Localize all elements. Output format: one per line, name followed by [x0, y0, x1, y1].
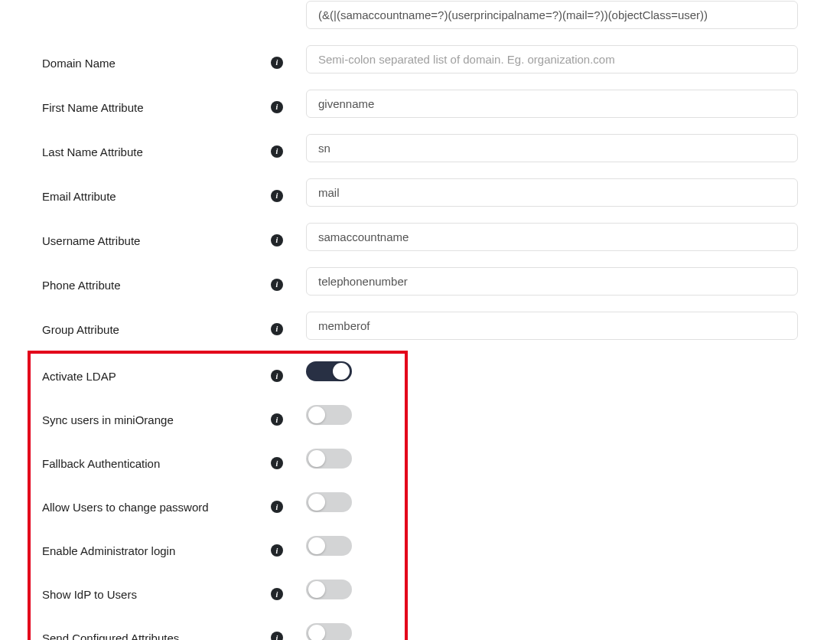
info-icon[interactable]: i — [271, 234, 283, 247]
group-input[interactable] — [306, 312, 798, 340]
info-icon[interactable]: i — [271, 457, 283, 469]
info-icon[interactable]: i — [271, 632, 283, 640]
info-icon[interactable]: i — [271, 544, 283, 557]
info-icon[interactable]: i — [271, 145, 283, 158]
sync-users-label: Sync users in miniOrange — [42, 413, 174, 426]
allow-change-pw-label: Allow Users to change password — [42, 501, 209, 514]
info-icon[interactable]: i — [271, 57, 283, 69]
phone-label: Phone Attribute — [42, 279, 121, 292]
username-label: Username Attribute — [42, 234, 140, 247]
info-icon[interactable]: i — [271, 370, 283, 382]
info-icon[interactable]: i — [271, 190, 283, 202]
phone-input[interactable] — [306, 267, 798, 296]
activate-ldap-label: Activate LDAP — [42, 370, 116, 383]
filter-input[interactable] — [306, 1, 798, 29]
fallback-auth-label: Fallback Authentication — [42, 457, 160, 470]
username-input[interactable] — [306, 223, 798, 251]
info-icon[interactable]: i — [271, 279, 283, 291]
group-label: Group Attribute — [42, 323, 119, 336]
info-icon[interactable]: i — [271, 323, 283, 335]
send-attrs-toggle[interactable] — [306, 623, 352, 640]
fallback-auth-toggle[interactable] — [306, 449, 352, 469]
domain-name-input[interactable] — [306, 45, 798, 73]
show-idp-toggle[interactable] — [306, 580, 352, 599]
allow-change-pw-toggle[interactable] — [306, 492, 352, 512]
send-attrs-label: Send Configured Attributes — [42, 632, 179, 640]
last-name-input[interactable] — [306, 134, 798, 162]
first-name-input[interactable] — [306, 90, 798, 118]
toggle-section-highlight: Activate LDAP i Sync users in miniOrange… — [28, 351, 408, 640]
first-name-label: First Name Attribute — [42, 101, 144, 114]
email-input[interactable] — [306, 178, 798, 207]
show-idp-label: Show IdP to Users — [42, 588, 137, 601]
last-name-label: Last Name Attribute — [42, 145, 143, 158]
domain-name-label: Domain Name — [42, 57, 116, 70]
info-icon[interactable]: i — [271, 588, 283, 600]
enable-admin-toggle[interactable] — [306, 536, 352, 556]
info-icon[interactable]: i — [271, 413, 283, 426]
enable-admin-label: Enable Administrator login — [42, 544, 175, 557]
activate-ldap-toggle[interactable] — [306, 361, 352, 381]
info-icon[interactable]: i — [271, 501, 283, 513]
info-icon[interactable]: i — [271, 101, 283, 113]
email-label: Email Attribute — [42, 190, 116, 203]
sync-users-toggle[interactable] — [306, 405, 352, 425]
